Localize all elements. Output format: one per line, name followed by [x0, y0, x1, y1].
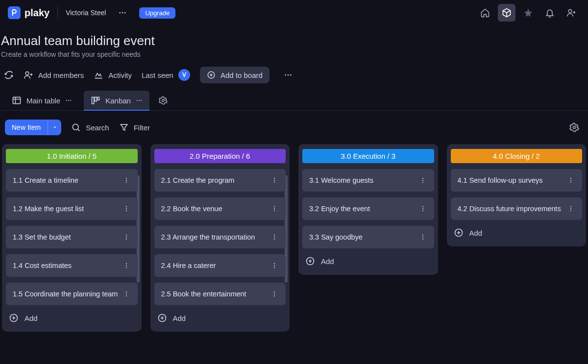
workspace-more-icon[interactable]	[114, 4, 131, 22]
add-members-button[interactable]: Add members	[24, 70, 84, 80]
new-item-button[interactable]: New Item	[5, 120, 61, 135]
kanban-card[interactable]: 2.3 Arrange the transportation	[154, 226, 286, 248]
app-logo[interactable]: plaky	[8, 6, 49, 19]
svg-point-10	[66, 100, 67, 101]
kanban-card[interactable]: 2.2 Book the venue	[154, 197, 286, 220]
card-more-icon[interactable]	[270, 233, 279, 242]
kanban-card[interactable]: 2.4 Hire a caterer	[154, 254, 286, 277]
kanban-column: 1.0 Initiation / 5 1.1 Create a timeline…	[2, 144, 142, 332]
card-title: 2.1 Create the program	[161, 176, 235, 184]
card-title: 2.2 Book the venue	[161, 205, 222, 213]
home-icon[interactable]	[476, 4, 494, 22]
star-icon[interactable]	[519, 4, 537, 22]
kanban-card[interactable]: 1.4 Cost estimates	[6, 254, 138, 277]
card-title: 2.4 Hire a caterer	[161, 262, 216, 269]
board-settings-icon[interactable]	[565, 119, 583, 136]
kanban-card[interactable]: 3.1 Welcome guests	[302, 169, 434, 192]
workspace-name[interactable]: Victoria Steel	[66, 9, 106, 17]
svg-point-51	[274, 293, 275, 294]
card-more-icon[interactable]	[270, 261, 279, 270]
card-more-icon[interactable]	[270, 176, 279, 185]
last-seen-button[interactable]: Last seen V	[142, 69, 190, 81]
add-card-button[interactable]: Add	[6, 311, 138, 325]
svg-point-1	[122, 12, 123, 14]
card-more-icon[interactable]	[122, 204, 131, 213]
avatar[interactable]: V	[178, 69, 190, 81]
svg-point-52	[274, 295, 275, 296]
tab-kanban-more-icon[interactable]	[136, 97, 143, 104]
svg-point-61	[422, 237, 423, 238]
svg-point-62	[422, 239, 423, 240]
svg-point-0	[120, 12, 121, 14]
tab-kanban[interactable]: Kanban	[84, 91, 149, 110]
kanban-card[interactable]: 3.3 Say goodbye	[302, 226, 434, 248]
kanban-card[interactable]: 1.5 Coordinate the planning team	[6, 283, 138, 305]
add-card-label: Add	[469, 229, 483, 237]
add-card-label: Add	[173, 314, 186, 322]
svg-point-19	[162, 99, 165, 102]
add-card-button[interactable]: Add	[302, 254, 434, 268]
svg-point-60	[422, 235, 423, 236]
tab-main-table-more-icon[interactable]	[65, 97, 72, 104]
card-more-icon[interactable]	[418, 233, 427, 242]
column-header[interactable]: 4.0 Closing / 2	[451, 149, 583, 163]
card-more-icon[interactable]	[418, 204, 427, 213]
card-title: 1.3 Set the budget	[13, 233, 71, 241]
svg-point-48	[274, 265, 275, 266]
svg-point-12	[70, 100, 71, 101]
card-title: 1.1 Create a timeline	[13, 176, 78, 184]
search-button[interactable]: Search	[71, 122, 109, 132]
kanban-card[interactable]: 4.1 Send follow-up surveys	[451, 169, 583, 192]
column-header[interactable]: 2.0 Preparation / 6	[154, 149, 286, 163]
kanban-card[interactable]: 2.5 Book the entertainment	[154, 283, 286, 305]
toolbar-more-icon[interactable]	[279, 66, 297, 84]
svg-point-65	[570, 180, 571, 181]
card-more-icon[interactable]	[270, 290, 279, 298]
card-more-icon[interactable]	[122, 290, 131, 298]
kanban-card[interactable]: 4.2 Discuss future improvements	[451, 197, 583, 220]
kanban-column: 2.0 Preparation / 6 2.1 Create the progr…	[150, 144, 290, 332]
svg-point-66	[570, 182, 571, 183]
add-card-button[interactable]: Add	[451, 226, 583, 240]
add-to-board-button[interactable]: Add to board	[200, 67, 270, 83]
svg-point-31	[125, 263, 126, 264]
card-more-icon[interactable]	[122, 261, 131, 270]
upgrade-button[interactable]: Upgrade	[139, 7, 175, 19]
bell-icon[interactable]	[541, 4, 559, 22]
cube-icon[interactable]	[498, 4, 515, 22]
invite-user-icon[interactable]	[563, 4, 580, 22]
card-title: 4.1 Send follow-up surveys	[458, 176, 543, 184]
kanban-card[interactable]: 3.2 Enjoy the event	[302, 197, 434, 220]
view-tabs: Main table Kanban	[0, 89, 588, 111]
activity-button[interactable]: Activity	[94, 70, 132, 80]
board-actions: New Item Search Filter	[0, 111, 588, 144]
column-header[interactable]: 1.0 Initiation / 5	[6, 149, 138, 163]
column-header[interactable]: 3.0 Execution / 3	[302, 149, 434, 163]
kanban-card[interactable]: 1.1 Create a timeline	[6, 169, 138, 192]
card-title: 3.2 Enjoy the event	[309, 205, 370, 213]
card-more-icon[interactable]	[122, 233, 131, 242]
tab-main-table[interactable]: Main table	[5, 91, 79, 110]
board-header: Annual team building event Create a work…	[0, 25, 588, 144]
card-more-icon[interactable]	[566, 204, 575, 213]
kanban-card[interactable]: 1.3 Set the budget	[6, 226, 138, 248]
kanban-card[interactable]: 2.1 Create the program	[154, 169, 286, 192]
automation-button[interactable]	[4, 70, 14, 80]
svg-point-29	[125, 237, 126, 238]
svg-point-18	[141, 100, 142, 101]
board-title[interactable]: Annual team building event	[0, 33, 588, 49]
new-item-caret-icon[interactable]	[48, 120, 61, 135]
card-more-icon[interactable]	[418, 176, 427, 185]
kanban-card[interactable]: 1.2 Make the guest list	[6, 197, 138, 220]
views-settings-icon[interactable]	[154, 92, 172, 109]
svg-point-45	[274, 237, 275, 238]
card-more-icon[interactable]	[122, 176, 131, 185]
add-card-button[interactable]: Add	[154, 311, 286, 325]
card-more-icon[interactable]	[270, 204, 279, 213]
logo-mark-icon	[8, 6, 21, 19]
add-card-label: Add	[24, 314, 38, 322]
svg-point-4	[25, 72, 29, 75]
card-title: 2.3 Arrange the transportation	[161, 233, 255, 241]
filter-button[interactable]: Filter	[119, 122, 150, 132]
card-more-icon[interactable]	[566, 176, 575, 185]
